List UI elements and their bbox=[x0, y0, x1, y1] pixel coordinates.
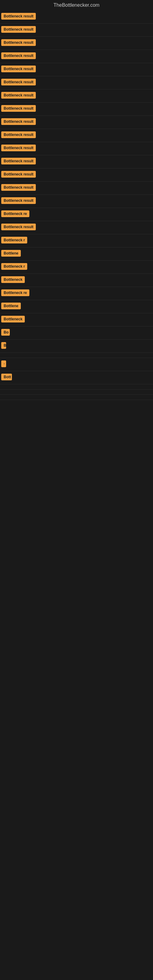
list-item: Bottleneck result bbox=[0, 63, 153, 76]
list-item: Bottleneck result bbox=[0, 221, 153, 234]
bottleneck-result-badge[interactable]: Bottlene bbox=[1, 302, 21, 309]
list-item: Bottleneck result bbox=[0, 142, 153, 155]
bottleneck-result-badge[interactable]: Bottleneck result bbox=[1, 52, 36, 59]
bottleneck-result-badge[interactable]: Bottleneck result bbox=[1, 39, 36, 46]
list-item: Bottlene bbox=[0, 247, 153, 261]
list-item: Bottleneck result bbox=[0, 89, 153, 103]
list-item bbox=[0, 395, 153, 400]
list-item: Bottleneck result bbox=[0, 103, 153, 116]
bottleneck-result-badge[interactable]: Bottleneck result bbox=[1, 26, 36, 33]
bottleneck-result-badge[interactable]: B bbox=[1, 342, 6, 349]
bottleneck-result-badge[interactable]: Bottleneck r bbox=[1, 263, 27, 270]
list-item: Bottleneck result bbox=[0, 37, 153, 50]
list-item: Bottleneck result bbox=[0, 116, 153, 129]
list-item bbox=[0, 353, 153, 358]
list-item: Bottleneck result bbox=[0, 129, 153, 142]
bottleneck-result-badge[interactable]: Bottleneck result bbox=[1, 145, 36, 151]
bottleneck-result-badge[interactable]: Bottleneck bbox=[1, 276, 25, 283]
bottleneck-result-badge[interactable]: Bottleneck re bbox=[1, 290, 29, 296]
bottleneck-result-badge[interactable]: Bottleneck result bbox=[1, 158, 36, 164]
list-item: Bottleneck result bbox=[0, 50, 153, 63]
bottleneck-result-badge[interactable]: Bottleneck result bbox=[1, 224, 36, 230]
bottleneck-result-badge[interactable]: Bottleneck result bbox=[1, 171, 36, 178]
list-item: Bottleneck result bbox=[0, 155, 153, 169]
bottleneck-result-badge[interactable]: Bottleneck re bbox=[1, 210, 29, 217]
list-item: Bottleneck bbox=[0, 274, 153, 287]
bottleneck-result-badge[interactable]: Bottleneck result bbox=[1, 131, 36, 138]
list-item: Bottleneck result bbox=[0, 10, 153, 24]
bottleneck-result-badge[interactable]: Bottleneck result bbox=[1, 197, 36, 204]
list-item: Bottleneck r bbox=[0, 261, 153, 274]
list-item bbox=[0, 384, 153, 390]
bottleneck-result-badge[interactable]: Bottleneck result bbox=[1, 13, 36, 20]
bottleneck-result-badge[interactable]: Bo bbox=[1, 329, 10, 336]
list-item: Bottleneck result bbox=[0, 181, 153, 195]
list-item: Bottleneck result bbox=[0, 195, 153, 208]
site-title: TheBottlenecker.com bbox=[0, 0, 153, 10]
list-item: Bottleneck result bbox=[0, 24, 153, 37]
bottleneck-result-badge[interactable]: Bottlene bbox=[1, 250, 21, 257]
bottleneck-result-badge[interactable]: Bottleneck result bbox=[1, 92, 36, 99]
list-item: Bottleneck re bbox=[0, 208, 153, 221]
bottleneck-result-badge[interactable]: Bottleneck r bbox=[1, 237, 27, 243]
results-container: Bottleneck resultBottleneck resultBottle… bbox=[0, 10, 153, 400]
list-item: Bottleneck re bbox=[0, 287, 153, 300]
bottleneck-result-badge[interactable]: Bott bbox=[1, 374, 12, 380]
list-item: Bo bbox=[0, 326, 153, 340]
bottleneck-result-badge[interactable]: Bottleneck result bbox=[1, 79, 36, 86]
list-item: Bottleneck result bbox=[0, 169, 153, 181]
bottleneck-result-badge[interactable]: · bbox=[1, 360, 6, 367]
list-item: B bbox=[0, 340, 153, 353]
bottleneck-result-badge[interactable]: Bottleneck bbox=[1, 316, 25, 323]
bottleneck-result-badge[interactable]: Bottleneck result bbox=[1, 118, 36, 125]
bottleneck-result-badge[interactable]: Bottleneck result bbox=[1, 184, 36, 191]
list-item: Bottleneck bbox=[0, 313, 153, 326]
list-item bbox=[0, 390, 153, 395]
bottleneck-result-badge[interactable]: Bottleneck result bbox=[1, 65, 36, 72]
list-item: Bottleneck r bbox=[0, 234, 153, 247]
list-item: · bbox=[0, 358, 153, 371]
list-item: Bottleneck result bbox=[0, 76, 153, 89]
list-item: Bottlene bbox=[0, 300, 153, 313]
list-item: Bott bbox=[0, 371, 153, 384]
bottleneck-result-badge[interactable]: Bottleneck result bbox=[1, 105, 36, 112]
